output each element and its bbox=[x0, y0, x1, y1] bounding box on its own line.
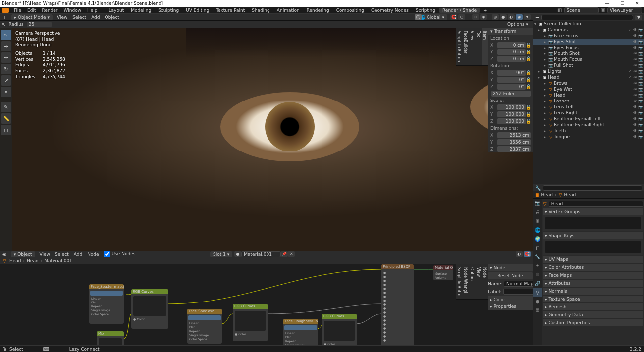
workspace-tab[interactable]: Sculpting bbox=[155, 8, 182, 13]
node-option[interactable]: Flat bbox=[90, 300, 123, 304]
properties-subpanel[interactable]: ▸ Properties bbox=[488, 303, 533, 310]
visibility-toggle[interactable]: 📷 bbox=[638, 51, 643, 56]
tab-objectdata[interactable]: ▽ bbox=[533, 288, 542, 297]
visibility-toggle[interactable]: 👁 bbox=[633, 117, 638, 121]
disclosure-icon[interactable]: ▸ bbox=[538, 75, 542, 80]
outliner-item[interactable]: ▸▽Tongue👁📷 bbox=[533, 134, 644, 140]
node-option[interactable]: Flat bbox=[188, 325, 221, 329]
tab-particles[interactable]: ✦ bbox=[533, 261, 542, 270]
node-socket[interactable]: ● bbox=[382, 330, 413, 334]
tab-constraints[interactable]: 🔗 bbox=[533, 279, 542, 288]
node-label-field[interactable] bbox=[503, 289, 533, 295]
node-socket[interactable]: ● bbox=[382, 322, 413, 326]
node-socket[interactable]: ● Color bbox=[132, 317, 167, 321]
visibility-toggle[interactable]: 📷 bbox=[638, 46, 643, 50]
disclosure-icon[interactable]: ▸ bbox=[544, 63, 548, 68]
rotation-mode-selector[interactable]: XYZ Euler bbox=[491, 91, 531, 97]
outliner-item[interactable]: ▸▽Realtime Eyeball Right👁📷 bbox=[533, 122, 644, 128]
tab-material[interactable]: ● bbox=[533, 297, 542, 305]
visibility-toggle[interactable]: 👁 bbox=[633, 51, 638, 56]
disclosure-icon[interactable]: ▸ bbox=[544, 129, 548, 133]
shading-matprev[interactable]: ◐ bbox=[508, 14, 515, 20]
outliner-item[interactable]: ▸📷Eyes Shot👁📷 bbox=[533, 39, 644, 45]
viewport-menu-add[interactable]: Add bbox=[89, 15, 102, 20]
curve-widget[interactable] bbox=[133, 296, 166, 316]
data-name-field[interactable] bbox=[549, 201, 643, 207]
disclosure-icon[interactable]: ▸ bbox=[544, 105, 548, 109]
visibility-toggle[interactable]: ✓ bbox=[627, 28, 632, 32]
workspace-tab[interactable]: Shading bbox=[248, 8, 273, 13]
node-option[interactable]: Flat bbox=[284, 335, 317, 339]
location-field[interactable]: 0 cm bbox=[497, 56, 526, 62]
minimize-button[interactable]: — bbox=[602, 1, 612, 6]
outliner-item[interactable]: ▸📷Eyes Focus👁📷 bbox=[533, 45, 644, 50]
node-option[interactable]: Single Image bbox=[90, 308, 123, 312]
editor-type-icon[interactable]: 🔧 bbox=[535, 185, 541, 191]
viewport-menu-object[interactable]: Object bbox=[103, 15, 122, 20]
shading-options[interactable]: ▾ bbox=[524, 14, 531, 20]
visibility-toggle[interactable]: 📷 bbox=[638, 34, 643, 38]
tab-modifiers[interactable]: 🔧 bbox=[533, 252, 542, 261]
outliner-item[interactable]: ▸▽Head👁📷 bbox=[533, 92, 644, 98]
visibility-toggle[interactable]: 👁 bbox=[633, 57, 638, 62]
outliner-item[interactable]: ▸▽Teeth👁📷 bbox=[533, 128, 644, 134]
disclosure-icon[interactable]: ▸ bbox=[544, 93, 548, 98]
panel-header[interactable]: ▸ Attributes bbox=[543, 280, 643, 287]
tool-move[interactable]: ↔ bbox=[1, 52, 11, 63]
panel-header[interactable]: ▾ Shape Keys bbox=[543, 232, 643, 239]
disclosure-icon[interactable]: ▸ bbox=[544, 40, 548, 44]
node-sidebar-tab[interactable]: Option bbox=[469, 264, 475, 300]
visibility-toggle[interactable]: 👁 bbox=[633, 40, 638, 44]
color-subpanel[interactable]: ▸ Color bbox=[488, 296, 533, 303]
outliner-item[interactable]: ▸▽Lens Right👁📷 bbox=[533, 110, 644, 116]
workspace-tab[interactable]: Layout bbox=[106, 8, 128, 13]
slot-selector[interactable]: Slot 1 ▾ bbox=[210, 251, 232, 257]
node-menu-add[interactable]: Add bbox=[71, 252, 85, 257]
node-option[interactable]: Linear bbox=[284, 331, 317, 335]
visibility-toggle[interactable]: 👁 bbox=[633, 87, 638, 92]
node-option[interactable]: Linear bbox=[90, 296, 123, 300]
viewlayer-selector[interactable] bbox=[607, 7, 642, 13]
visibility-toggle[interactable]: 👁 bbox=[633, 123, 638, 127]
panel-header[interactable]: ▸ Color Attributes bbox=[543, 264, 643, 271]
disclosure-icon[interactable]: ▸ bbox=[544, 135, 548, 139]
close-icon[interactable]: ✕ bbox=[288, 251, 295, 257]
workspace-tab[interactable]: + bbox=[480, 8, 491, 13]
list-widget[interactable] bbox=[545, 241, 641, 253]
workspace-tab[interactable]: Scripting bbox=[412, 8, 439, 13]
rotation-field[interactable]: 0° bbox=[497, 77, 526, 83]
node-header[interactable]: Face_Roughness.jpg bbox=[283, 319, 318, 324]
node-socket[interactable]: Volume bbox=[434, 275, 452, 279]
disclosure-icon[interactable]: ▸ bbox=[544, 117, 548, 121]
visibility-toggle[interactable]: 📷 bbox=[638, 117, 643, 121]
sidebar-tab[interactable]: Script To Button bbox=[456, 28, 462, 66]
scale-field[interactable]: 100.000 bbox=[497, 104, 526, 110]
curve-widget[interactable] bbox=[324, 321, 355, 341]
tool-addcube[interactable]: ◻ bbox=[1, 125, 11, 135]
visibility-toggle[interactable]: 📷 bbox=[638, 135, 643, 139]
tab-scene[interactable]: 🌐 bbox=[533, 225, 542, 234]
rotation-field[interactable]: 0° bbox=[497, 84, 526, 90]
reset-node-button[interactable]: Reset Node bbox=[488, 272, 533, 279]
visibility-toggle[interactable]: ✓ bbox=[627, 69, 632, 74]
outliner-item[interactable]: ▸▣Cameras✓👁📷 bbox=[533, 27, 644, 33]
proportional-toggle[interactable]: ○ bbox=[458, 14, 465, 20]
tool-rotate[interactable]: ↻ bbox=[1, 64, 11, 74]
visibility-toggle[interactable]: 📷 bbox=[638, 69, 643, 74]
node-header[interactable]: Principled BSDF bbox=[381, 264, 414, 269]
menu-file[interactable]: File bbox=[11, 8, 24, 13]
node-option[interactable]: Color Space bbox=[90, 312, 123, 316]
lock-icon[interactable]: 🔓 bbox=[526, 43, 531, 48]
workspace-tab[interactable]: UV Editing bbox=[182, 8, 213, 13]
outliner-item[interactable]: ▸📷Mouth Focus👁📷 bbox=[533, 56, 644, 62]
workspace-tab[interactable]: Animation bbox=[273, 8, 303, 13]
tab-viewlayer[interactable]: ▣ bbox=[533, 216, 542, 225]
node-header[interactable]: Face_Spatter map.jpg bbox=[89, 284, 124, 289]
dim-field[interactable]: 2337 cm bbox=[497, 146, 531, 152]
node-header[interactable]: Face_Spec.exr bbox=[187, 309, 222, 314]
orientation-selector[interactable]: 🌐 Global ▾ bbox=[417, 14, 447, 20]
overlay-toggle[interactable]: ◉ bbox=[480, 14, 487, 20]
dim-field[interactable]: 3556 cm bbox=[497, 139, 531, 145]
maximize-button[interactable]: ☐ bbox=[617, 1, 627, 6]
scale-field[interactable]: 100.000 bbox=[497, 118, 526, 124]
